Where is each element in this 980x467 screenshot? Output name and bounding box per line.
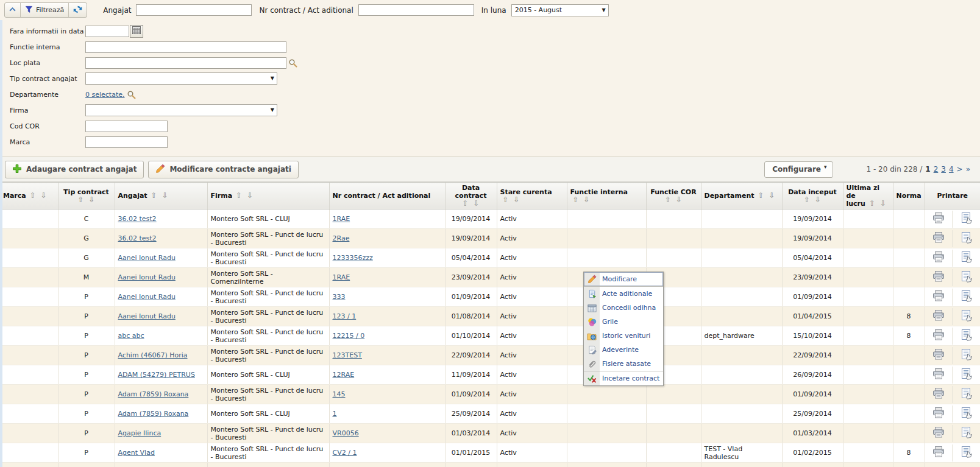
- sort-asc-icon[interactable]: ⇧: [503, 195, 509, 204]
- print-preview-button[interactable]: [952, 444, 980, 462]
- angajat-link[interactable]: Adam (7859) Roxana: [118, 410, 189, 418]
- angajat-link[interactable]: Agapie Ilinca: [118, 429, 162, 437]
- sort-asc-icon[interactable]: ⇧: [77, 195, 83, 204]
- contract-link[interactable]: VR0056: [333, 429, 359, 437]
- contract-link[interactable]: CV2 / 1: [333, 449, 357, 457]
- angajat-link[interactable]: Aanei Ionut Radu: [118, 273, 176, 281]
- menu-item-incetare-contract[interactable]: Incetare contract: [584, 371, 663, 385]
- contract-link[interactable]: 145: [333, 390, 346, 398]
- contract-link[interactable]: 333: [333, 293, 346, 301]
- print-button[interactable]: [925, 211, 953, 228]
- menu-item-grile[interactable]: Grile: [584, 315, 663, 329]
- print-preview-button[interactable]: [952, 211, 980, 228]
- sort-asc-icon[interactable]: ⇧: [573, 195, 579, 204]
- col-header-data_contract[interactable]: Data contract⇧⇩: [445, 183, 497, 209]
- angajat-link[interactable]: Aanei Ionut Radu: [118, 312, 176, 320]
- add-contract-button[interactable]: Adaugare contract angajat: [5, 161, 144, 178]
- contract-link[interactable]: 123 / 1: [333, 312, 357, 320]
- print-button[interactable]: [925, 289, 953, 306]
- configure-button[interactable]: Configurare ▾: [764, 161, 833, 178]
- print-button[interactable]: [925, 386, 953, 403]
- sort-desc-icon[interactable]: ⇩: [676, 195, 682, 204]
- print-preview-button[interactable]: [952, 230, 980, 247]
- sort-asc-icon[interactable]: ⇧: [665, 195, 671, 204]
- col-header-data_inceput[interactable]: Data inceput⇧⇩: [782, 183, 843, 209]
- print-button[interactable]: [925, 328, 953, 345]
- sort-desc-icon[interactable]: ⇩: [584, 195, 590, 204]
- contract-link[interactable]: 1RAE: [333, 273, 350, 281]
- in-luna-select[interactable]: 2015 - August ▼: [511, 4, 609, 16]
- sort-desc-icon[interactable]: ⇩: [247, 191, 253, 200]
- contract-link[interactable]: 12RAE: [333, 371, 355, 379]
- sort-asc-icon[interactable]: ⇧: [236, 191, 242, 200]
- page-link[interactable]: 3: [941, 165, 946, 174]
- print-button[interactable]: [925, 347, 953, 364]
- contract-link[interactable]: 1233356zzz: [333, 254, 373, 262]
- print-preview-button[interactable]: [952, 347, 980, 364]
- functie-interna-input[interactable]: [85, 41, 286, 53]
- sort-desc-icon[interactable]: ⇩: [41, 191, 47, 200]
- firma-select[interactable]: ▼: [85, 104, 277, 116]
- print-button[interactable]: [925, 425, 953, 442]
- fara-informatii-date-input[interactable]: [85, 26, 129, 37]
- print-button[interactable]: [925, 367, 953, 384]
- sort-asc-icon[interactable]: ⇧: [758, 191, 764, 200]
- print-button[interactable]: [925, 308, 953, 325]
- col-header-ultima_zi[interactable]: Ultima zi de lucru⇧⇩: [843, 183, 893, 209]
- menu-item-modificare[interactable]: Modificare: [584, 272, 663, 286]
- sort-desc-icon[interactable]: ⇩: [474, 199, 480, 208]
- angajat-link[interactable]: Achim (46067) Horia: [118, 351, 188, 359]
- col-header-angajat[interactable]: Angajat⇧⇩: [115, 183, 207, 209]
- page-link[interactable]: 2: [934, 165, 939, 174]
- page-next-link[interactable]: >: [957, 165, 963, 174]
- angajat-link[interactable]: Aanei Ionut Radu: [118, 293, 176, 301]
- angajat-link[interactable]: 36.02 test2: [118, 234, 157, 242]
- marca-input[interactable]: [85, 136, 168, 148]
- sort-asc-icon[interactable]: ⇧: [804, 195, 810, 204]
- nr-contract-input[interactable]: [358, 4, 474, 16]
- cod-cor-input[interactable]: [85, 121, 168, 132]
- print-preview-button[interactable]: [952, 269, 980, 286]
- print-preview-button[interactable]: [952, 367, 980, 384]
- col-header-tip_contract[interactable]: Tip contract⇧⇩: [58, 183, 115, 209]
- loc-plata-input[interactable]: [85, 57, 286, 69]
- filter-button[interactable]: Filtrează: [21, 3, 69, 17]
- angajat-link[interactable]: abc abc: [118, 332, 144, 340]
- contract-link[interactable]: 123TEST: [333, 351, 362, 359]
- angajat-link[interactable]: 36.02 test2: [118, 215, 157, 223]
- collapse-panel-button[interactable]: [5, 3, 21, 17]
- sort-asc-icon[interactable]: ⇧: [151, 191, 157, 200]
- angajat-link[interactable]: Adam (7859) Roxana: [118, 390, 189, 398]
- departamente-selected-link[interactable]: 0 selectate.: [85, 91, 125, 99]
- menu-item-concedii-odihna[interactable]: Concedii odihna: [584, 301, 663, 315]
- col-header-stare_curenta[interactable]: Stare curenta⇧⇩: [497, 183, 567, 209]
- angajat-input[interactable]: [136, 4, 252, 16]
- refresh-button[interactable]: [69, 3, 87, 17]
- page-link[interactable]: 4: [949, 165, 954, 174]
- page-last-link[interactable]: »: [966, 165, 970, 174]
- menu-item-acte-aditionale[interactable]: Acte aditionale: [584, 287, 663, 301]
- sort-asc-icon[interactable]: ⇧: [30, 191, 36, 200]
- menu-item-istoric-venituri[interactable]: Istoric venituri: [584, 329, 663, 343]
- print-button[interactable]: [925, 250, 953, 267]
- sort-desc-icon[interactable]: ⇩: [880, 199, 886, 208]
- print-preview-button[interactable]: [952, 425, 980, 442]
- tip-contract-select[interactable]: ▼: [85, 72, 277, 85]
- modify-contracts-button[interactable]: Modificare contracte angajati: [148, 161, 298, 178]
- angajat-link[interactable]: Agent Vlad: [118, 449, 155, 457]
- contract-link[interactable]: 2Rae: [333, 234, 350, 242]
- col-header-functie_cor[interactable]: Functie COR⇧⇩: [646, 183, 701, 209]
- col-header-departament[interactable]: Departament⇧⇩: [701, 183, 782, 209]
- col-header-firma[interactable]: Firma⇧⇩: [207, 183, 329, 209]
- print-preview-button[interactable]: [952, 386, 980, 403]
- col-header-functie_interna[interactable]: Functie interna⇧⇩: [567, 183, 646, 209]
- col-header-marca[interactable]: Marca⇧⇩: [0, 183, 58, 209]
- print-preview-button[interactable]: [952, 308, 980, 325]
- angajat-link[interactable]: ADAM (54279) PETRUS: [118, 371, 195, 379]
- search-icon[interactable]: [288, 58, 297, 68]
- sort-desc-icon[interactable]: ⇩: [89, 195, 95, 204]
- sort-desc-icon[interactable]: ⇩: [815, 195, 821, 204]
- sort-desc-icon[interactable]: ⇩: [514, 195, 520, 204]
- print-preview-button[interactable]: [952, 406, 980, 423]
- sort-asc-icon[interactable]: ⇧: [869, 199, 875, 208]
